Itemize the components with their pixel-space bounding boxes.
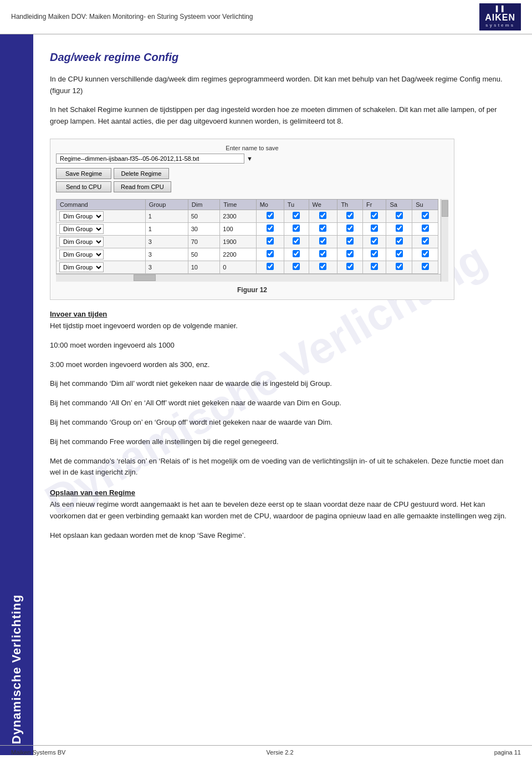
checkbox-th[interactable] (346, 237, 354, 244)
group-cell: 3 (145, 248, 188, 261)
checkbox-we[interactable] (319, 250, 326, 257)
checkbox-we[interactable] (319, 212, 326, 219)
dim-cell: 50 (188, 210, 220, 222)
dim-cell: 70 (188, 235, 220, 248)
send-to-cpu-button[interactable]: Send to CPU (56, 181, 111, 192)
footer-version: Versie 2.2 (267, 749, 294, 756)
checkbox-mo[interactable] (267, 263, 274, 270)
checkbox-su-cell (412, 248, 438, 261)
checkbox-th[interactable] (346, 263, 354, 270)
filename-row: ▼ (56, 154, 448, 164)
checkbox-sa[interactable] (396, 250, 403, 257)
checkbox-mo-cell (256, 248, 284, 261)
checkbox-sa-cell (386, 235, 412, 248)
group-on-text: Bij het commando ‘Group on’ en ‘Group of… (50, 417, 510, 429)
checkbox-su[interactable] (422, 250, 429, 257)
sidebar: Dynamische Verlichting (0, 34, 33, 755)
col-sa: Sa (386, 199, 412, 210)
footer-company: Maiken Systems BV (11, 749, 65, 756)
checkbox-fr-cell (363, 248, 386, 261)
checkbox-su[interactable] (422, 225, 429, 232)
top-buttons-row: Save Regime Delete Regime (56, 168, 244, 179)
save-label: Enter name to save (56, 145, 448, 151)
checkbox-tu[interactable] (293, 225, 300, 232)
checkbox-tu[interactable] (293, 250, 300, 257)
table-header-row: Command Group Dim Time Mo Tu We Th Fr Sa (57, 199, 438, 210)
time-cell: 2200 (220, 248, 256, 261)
page-header: Handleiding Maiken DOV: Maiken Monitorin… (0, 0, 532, 34)
checkbox-fr-cell (363, 235, 386, 248)
checkbox-fr[interactable] (371, 263, 378, 270)
checkbox-su[interactable] (422, 237, 429, 244)
checkbox-mo-cell (256, 261, 284, 273)
command-select[interactable]: Dim Group (59, 224, 104, 234)
col-mo: Mo (256, 199, 284, 210)
command-select[interactable]: Dim Group (59, 211, 104, 221)
checkbox-tu-cell (284, 248, 309, 261)
checkbox-we-cell (309, 248, 337, 261)
delete-regime-button[interactable]: Delete Regime (114, 168, 169, 179)
checkbox-tu-cell (284, 261, 309, 273)
checkbox-mo[interactable] (267, 212, 274, 219)
figure-12: Enter name to save ▼ Save Regime Delete … (50, 139, 454, 300)
save-regime-button[interactable]: Save Regime (56, 168, 111, 179)
vertical-scrollbar[interactable] (441, 199, 448, 282)
checkbox-mo[interactable] (267, 250, 274, 257)
checkbox-th[interactable] (346, 250, 354, 257)
checkbox-we[interactable] (319, 263, 326, 270)
checkbox-su-cell (412, 235, 438, 248)
checkbox-we[interactable] (319, 225, 326, 232)
scrollbar-thumb (442, 200, 448, 217)
checkbox-th[interactable] (346, 212, 354, 219)
checkbox-sa[interactable] (396, 212, 403, 219)
header-title: Handleiding Maiken DOV: Maiken Monitorin… (11, 13, 253, 21)
command-select[interactable]: Dim Group (59, 249, 104, 259)
checkbox-tu[interactable] (293, 237, 300, 244)
checkbox-mo[interactable] (267, 225, 274, 232)
dim-cell: 10 (188, 261, 220, 273)
checkbox-th[interactable] (346, 225, 354, 232)
command-select[interactable]: Dim Group (59, 237, 104, 247)
checkbox-mo-cell (256, 222, 284, 235)
relais-text: Met de commando’s ‘relais on’ en ‘Relais… (50, 456, 510, 479)
filename-input[interactable] (56, 154, 244, 164)
checkbox-we-cell (309, 222, 337, 235)
checkbox-fr-cell (363, 261, 386, 273)
table-row: Dim Group3100 (57, 261, 438, 273)
page-layout: Dynamische Verlichting Dynamische Verlic… (0, 34, 532, 755)
checkbox-sa[interactable] (396, 263, 403, 270)
checkbox-sa[interactable] (396, 225, 403, 232)
checkbox-we-cell (309, 261, 337, 273)
command-select[interactable]: Dim Group (59, 262, 104, 272)
checkbox-su-cell (412, 210, 438, 222)
checkbox-tu-cell (284, 235, 309, 248)
checkbox-fr[interactable] (371, 212, 378, 219)
bottom-buttons-row: Send to CPU Read from CPU (56, 181, 244, 192)
checkbox-th-cell (337, 235, 363, 248)
opslaan-heading: Opslaan van een Regime (50, 488, 510, 497)
command-cell: Dim Group (57, 261, 146, 273)
table-scroll-area: Command Group Dim Time Mo Tu We Th Fr Sa (56, 199, 438, 274)
checkbox-sa[interactable] (396, 237, 403, 244)
logo-tagline: systems (485, 23, 515, 28)
checkbox-mo[interactable] (267, 237, 274, 244)
checkbox-tu[interactable] (293, 212, 300, 219)
checkbox-sa-cell (386, 261, 412, 273)
col-command: Command (57, 199, 146, 210)
checkbox-su[interactable] (422, 263, 429, 270)
checkbox-tu[interactable] (293, 263, 300, 270)
filename-dropdown-arrow[interactable]: ▼ (247, 155, 253, 162)
checkbox-we[interactable] (319, 237, 326, 244)
table-row: Dim Group3502200 (57, 248, 438, 261)
main-content: Dynamische Verlichting Dag/week regime C… (33, 34, 532, 755)
horizontal-scrollbar[interactable] (56, 274, 448, 282)
checkbox-fr-cell (363, 222, 386, 235)
read-from-cpu-button[interactable]: Read from CPU (114, 181, 171, 192)
checkbox-fr[interactable] (371, 250, 378, 257)
checkbox-su[interactable] (422, 212, 429, 219)
config-table: Command Group Dim Time Mo Tu We Th Fr Sa (56, 199, 438, 274)
page-title: Dag/week regime Config (50, 51, 510, 64)
checkbox-fr[interactable] (371, 237, 378, 244)
invoer-text-3: 3:00 moet worden ingevoerd worden als 30… (50, 359, 510, 371)
checkbox-fr[interactable] (371, 225, 378, 232)
